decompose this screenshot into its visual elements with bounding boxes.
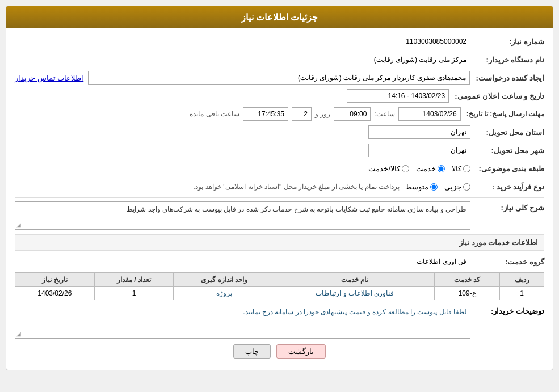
deadline-date-input[interactable] [398,107,461,121]
print-button[interactable]: چاپ [233,344,271,359]
deadline-remaining-label: ساعت باقی مانده [190,110,239,118]
services-table-body: 1 ع-109 فناوری اطلاعات و ارتباطات پروژه … [15,287,544,300]
cell-date: 1403/02/26 [15,287,95,300]
service-group-row: گروه خدمت: [15,254,544,269]
process-value-cell: جزیی متوسط پرداخت تمام یا بخشی از مبلغ خ… [15,183,470,191]
divider-1 [15,197,544,198]
province-label: استان محل تحویل: [470,128,544,137]
datetime-row: تاریخ و ساعت اعلان عمومی: [15,88,544,103]
service-group-label: گروه خدمت: [470,258,544,266]
process-label-jozi: جزیی [444,183,461,191]
deadline-time-input[interactable] [334,107,371,121]
cell-name: فناوری اطلاعات و ارتباطات [275,287,435,300]
back-button[interactable]: بازگشت [276,344,326,359]
page-title: جزئیات اطلاعات نیاز [6,6,553,28]
category-radio-khedmat[interactable] [438,165,445,172]
need-desc-box: طراحی و پیاده سازی سامانه جامع ثبت شکایا… [15,201,470,230]
buyer-notes-resize-icon: ◢ [16,331,21,337]
creator-value-cell: اطلاعات تماس خریدار [15,71,470,85]
col-name: نام خدمت [275,273,435,287]
process-radio-motavaset[interactable] [430,183,438,191]
deadline-days-input[interactable] [292,107,312,121]
datetime-value-cell [15,89,449,103]
col-unit: واحد اندازه گیری [174,273,275,287]
datetime-label: تاریخ و ساعت اعلان عمومی: [449,92,544,100]
table-header-row: ردیف کد خدمت نام خدمت واحد اندازه گیری ت… [15,273,544,287]
category-option-kala: کالا [452,165,470,173]
services-table-head: ردیف کد خدمت نام خدمت واحد اندازه گیری ت… [15,273,544,287]
process-notice: پرداخت تمام یا بخشی از مبلغ خریداز محل "… [194,183,400,191]
col-code: کد خدمت [435,273,500,287]
datetime-input[interactable] [347,89,449,103]
card-body: شماره نیاز: نام دستگاه خریدار: ایجاد کنن… [6,28,553,370]
deadline-label: مهلت ارسال پاسخ: تا تاریخ: [461,110,544,118]
page-container: جزئیات اطلاعات نیاز شماره نیاز: نام دستگ… [0,0,559,392]
creator-label: ایجاد کننده درخواست: [470,74,544,82]
creator-row: ایجاد کننده درخواست: اطلاعات تماس خریدار [15,70,544,85]
process-option-motavaset: متوسط [405,183,438,191]
province-value-cell [15,125,470,139]
need-desc-text: طراحی و پیاده سازی سامانه جامع ثبت شکایا… [127,205,466,213]
col-rownum: ردیف [500,273,544,287]
need-desc-label: شرح کلی نیاز: [470,201,544,212]
deadline-row: مهلت ارسال پاسخ: تا تاریخ: ساعت: روز و س… [15,107,544,121]
process-row: نوع فرآیند خرید : جزیی متوسط پرداخت تمام… [15,179,544,194]
process-label: نوع فرآیند خرید : [470,183,544,191]
buyer-notes-section: توضیحات خریدار: لطفا فایل پیوست را مطالع… [15,305,544,339]
buyer-notes-text: لطفا فایل پیوست را مطالعه کرده و قیمت پی… [243,308,467,316]
category-label-kala: کالا [452,165,461,173]
need-number-value-cell [15,35,470,48]
org-name-value-cell [15,53,470,66]
cell-unit: پروژه [174,287,275,300]
col-date: تاریخ نیاز [15,273,95,287]
category-value-cell: کالا خدمت کالا/خدمت [15,165,470,173]
category-label: طبقه بندی موضوعی: [470,165,544,173]
need-number-input[interactable] [346,35,470,48]
category-radio-group: کالا خدمت کالا/خدمت [368,165,470,173]
category-radio-both[interactable] [402,165,409,172]
deadline-days-label: روز و [315,110,330,118]
org-name-row: نام دستگاه خریدار: [15,52,544,67]
buyer-notes-box: لطفا فایل پیوست را مطالعه کرده و قیمت پی… [15,305,470,339]
buyer-notes-label: توضیحات خریدار: [470,305,544,315]
contact-link[interactable]: اطلاعات تماس خریدار [15,74,83,82]
need-number-row: شماره نیاز: [15,34,544,49]
deadline-inner: ساعت: روز و ساعت باقی مانده [190,107,460,121]
city-label: شهر محل تحویل: [470,146,544,155]
city-row: شهر محل تحویل: [15,143,544,158]
service-group-value-cell [15,255,470,268]
city-input[interactable] [368,144,470,157]
category-radio-kala[interactable] [463,165,470,172]
table-row: 1 ع-109 فناوری اطلاعات و ارتباطات پروژه … [15,287,544,300]
need-desc-row: شرح کلی نیاز: طراحی و پیاده سازی سامانه … [15,201,544,230]
col-qty: تعداد / مقدار [94,273,174,287]
button-row: بازگشت چاپ [15,344,544,359]
org-name-input[interactable] [15,53,470,66]
cell-code: ع-109 [435,287,500,300]
category-label-both: کالا/خدمت [368,165,400,173]
process-option-jozi: جزیی [444,183,470,191]
need-desc-value-cell: طراحی و پیاده سازی سامانه جامع ثبت شکایا… [15,201,470,230]
category-row: طبقه بندی موضوعی: کالا خدمت [15,161,544,176]
org-name-label: نام دستگاه خریدار: [470,56,544,64]
need-number-label: شماره نیاز: [470,37,544,46]
resize-icon: ◢ [16,222,21,228]
process-radio-jozi[interactable] [463,183,470,191]
services-table: ردیف کد خدمت نام خدمت واحد اندازه گیری ت… [15,272,544,300]
service-group-input[interactable] [346,255,470,268]
category-label-khedmat: خدمت [416,165,436,173]
process-label-motavaset: متوسط [405,183,428,191]
deadline-remaining-input[interactable] [243,107,288,121]
city-value-cell [15,144,470,157]
cell-qty: 1 [94,287,174,300]
deadline-value-cell: ساعت: روز و ساعت باقی مانده [15,107,461,121]
category-option-khedmat: خدمت [416,165,445,173]
process-radio-group: جزیی متوسط [405,183,470,191]
cell-rownum: 1 [500,287,544,300]
services-section-header: اطلاعات خدمات مورد نیاز [15,234,544,251]
deadline-time-label: ساعت: [374,110,394,118]
category-option-kala-khedmat: کالا/خدمت [368,165,409,173]
province-input[interactable] [368,125,470,139]
main-card: جزئیات اطلاعات نیاز شماره نیاز: نام دستگ… [6,6,553,370]
creator-input[interactable] [88,71,470,85]
